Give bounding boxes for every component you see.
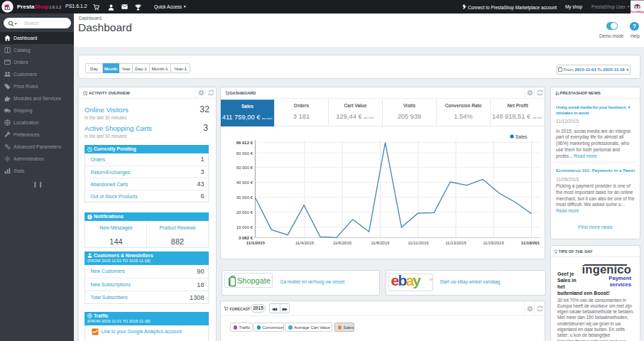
svg-text:30 000 €: 30 000 € bbox=[236, 195, 253, 200]
svg-text:11/11/2015: 11/11/2015 bbox=[408, 241, 429, 245]
svg-text:11/18/201: 11/18/201 bbox=[521, 241, 540, 245]
svg-text:PrestaShop: PrestaShop bbox=[631, 11, 644, 13]
svg-text:60 000 €: 60 000 € bbox=[236, 151, 253, 156]
svg-text:40 000 €: 40 000 € bbox=[236, 180, 253, 185]
svg-text:3 082 €: 3 082 € bbox=[239, 236, 253, 240]
svg-text:66 912 €: 66 912 € bbox=[236, 141, 253, 145]
svg-text:11/6/2015: 11/6/2015 bbox=[333, 241, 352, 245]
svg-text:20 000 €: 20 000 € bbox=[236, 210, 253, 215]
svg-text:50 000 €: 50 000 € bbox=[236, 166, 253, 170]
svg-text:Sales: Sales bbox=[515, 134, 528, 139]
svg-text:11/1/2015: 11/1/2015 bbox=[246, 241, 266, 245]
svg-text:11/13/2015: 11/13/2015 bbox=[445, 241, 466, 245]
svg-text:11/8/2015: 11/8/2015 bbox=[371, 241, 390, 245]
svg-text:11/15/2015: 11/15/2015 bbox=[483, 241, 504, 245]
svg-text:11/4/2015: 11/4/2015 bbox=[295, 241, 315, 245]
svg-text:10 000 €: 10 000 € bbox=[236, 225, 253, 229]
